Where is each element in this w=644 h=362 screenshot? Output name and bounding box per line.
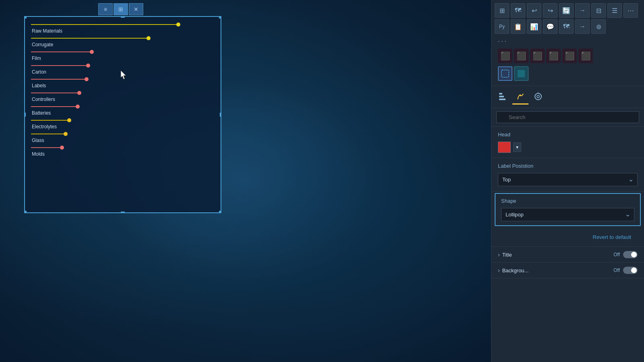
colored-icon-2[interactable]: ⬛ bbox=[514, 49, 528, 63]
chart-toolbar-btn-3[interactable]: ✕ bbox=[129, 3, 143, 15]
colored-icon-1[interactable]: ⬛ bbox=[498, 49, 512, 63]
icon-btn-more-1[interactable]: ⋯ bbox=[623, 3, 638, 18]
title-toggle-label: Title bbox=[502, 252, 614, 258]
icon-btn-undo[interactable]: ↩ bbox=[527, 3, 541, 18]
lollipop-label: Glass bbox=[31, 138, 217, 143]
right-panel: ⊞ 🗺 ↩ ↪ 🔄 → ⊟ ☰ ⋯ Py 📋 📊 💬 🗺 → ⊚ ··· ⬛ ⬛… bbox=[491, 0, 644, 362]
title-toggle-row[interactable]: › Title Off bbox=[491, 247, 644, 263]
lollipop-bar bbox=[31, 130, 217, 138]
search-input[interactable] bbox=[496, 111, 639, 123]
background-toggle-switch[interactable] bbox=[623, 267, 638, 274]
icon-btn-map[interactable]: 🗺 bbox=[511, 3, 525, 18]
lollipop-label: Corrugate bbox=[31, 42, 217, 47]
icon-btn-filter[interactable]: ⊚ bbox=[591, 19, 606, 34]
colored-icon-row-1: ⬛ ⬛ ⬛ ⬛ ⬛ ⬛ bbox=[495, 47, 641, 65]
colored-icon-row-2 bbox=[495, 65, 641, 82]
canvas-area: ≡ ⊞ ✕ Raw Materials Corrugate bbox=[0, 0, 491, 362]
svg-rect-2 bbox=[499, 93, 502, 95]
resize-handle-bl[interactable] bbox=[24, 211, 27, 213]
icon-btn-grid[interactable]: ⊟ bbox=[591, 3, 606, 18]
chart-container: Raw Materials Corrugate Film Carton bbox=[24, 16, 221, 213]
lollipop-circle bbox=[90, 50, 94, 54]
background-toggle-label: Backgrou... bbox=[502, 267, 614, 274]
svg-rect-3 bbox=[499, 96, 504, 97]
revert-button[interactable]: Revert to default bbox=[498, 230, 638, 244]
lollipop-label: Carton bbox=[31, 69, 217, 75]
resize-handle-tl[interactable] bbox=[24, 16, 27, 19]
resize-handle-tc[interactable] bbox=[121, 16, 125, 18]
icon-btn-comment[interactable]: 💬 bbox=[543, 19, 557, 34]
svg-point-6 bbox=[535, 93, 541, 100]
lollipop-bar bbox=[31, 103, 217, 110]
label-position-select[interactable]: Top Bottom Left Right bbox=[498, 173, 638, 186]
head-label: Head bbox=[498, 132, 638, 138]
title-chevron-icon: › bbox=[498, 251, 500, 258]
tab-format[interactable] bbox=[512, 89, 528, 105]
icon-btn-refresh[interactable]: 🔄 bbox=[559, 3, 574, 18]
background-toggle-row[interactable]: › Backgrou... Off bbox=[491, 263, 644, 278]
label-position-label: Label Posistion bbox=[498, 163, 638, 169]
resize-handle-tr[interactable] bbox=[219, 16, 221, 19]
colored-icon-8[interactable] bbox=[514, 66, 528, 81]
shape-section: Shape Lollipop Circle Square Diamond bbox=[495, 193, 641, 226]
colored-icon-3[interactable]: ⬛ bbox=[530, 49, 545, 63]
list-item: Labels bbox=[31, 76, 217, 88]
label-position-section: Label Posistion Top Bottom Left Right bbox=[491, 158, 644, 191]
icon-btn-arrow-right-1[interactable]: → bbox=[575, 3, 590, 18]
lollipop-bar bbox=[31, 144, 217, 151]
viz-tab-row bbox=[491, 86, 644, 108]
colored-icon-5[interactable]: ⬛ bbox=[562, 49, 577, 63]
lollipop-line bbox=[31, 134, 66, 134]
icon-row-2: Py 📋 📊 💬 🗺 → ⊚ bbox=[495, 19, 641, 34]
lollipop-line bbox=[31, 120, 69, 121]
resize-handle-rc[interactable] bbox=[220, 113, 221, 117]
lollipop-label: Film bbox=[31, 56, 217, 61]
lollipop-bar bbox=[31, 48, 217, 56]
search-area: 🔍 bbox=[491, 108, 644, 127]
color-picker-row: ▾ bbox=[498, 142, 638, 153]
lollipop-circle bbox=[77, 91, 81, 95]
svg-point-7 bbox=[537, 95, 539, 98]
svg-point-5 bbox=[520, 95, 521, 96]
shape-select[interactable]: Lollipop Circle Square Diamond bbox=[501, 208, 634, 221]
lollipop-bar bbox=[31, 21, 217, 28]
shape-select-wrapper: Lollipop Circle Square Diamond bbox=[501, 208, 634, 221]
icon-btn-list[interactable]: 📋 bbox=[511, 19, 525, 34]
colored-icon-4[interactable]: ⬛ bbox=[546, 49, 561, 63]
lollipop-label: Electrolytes bbox=[31, 124, 217, 130]
resize-handle-bc[interactable] bbox=[121, 212, 125, 213]
chart-toolbar-btn-1[interactable]: ≡ bbox=[98, 3, 113, 15]
tab-fields[interactable] bbox=[495, 89, 511, 105]
background-chevron-icon: › bbox=[498, 267, 500, 274]
lollipop-circle bbox=[85, 77, 89, 81]
head-color-swatch[interactable] bbox=[498, 142, 511, 153]
chart-inner: Raw Materials Corrugate Film Carton bbox=[25, 17, 221, 212]
resize-handle-br[interactable] bbox=[219, 211, 221, 213]
lollipop-label: Labels bbox=[31, 83, 217, 88]
lollipop-line bbox=[31, 147, 62, 148]
title-toggle-off-text: Off bbox=[613, 252, 620, 257]
icon-btn-table[interactable]: ⊞ bbox=[495, 3, 509, 18]
svg-rect-4 bbox=[499, 99, 506, 100]
icon-btn-bars[interactable]: ☰ bbox=[607, 3, 622, 18]
icon-btn-python[interactable]: Py bbox=[495, 19, 509, 34]
lollipop-label: Batteries bbox=[31, 110, 217, 116]
lollipop-bar bbox=[31, 76, 217, 83]
colored-icon-6[interactable]: ⬛ bbox=[578, 49, 593, 63]
icon-btn-redo[interactable]: ↪ bbox=[543, 3, 557, 18]
list-item: Glass bbox=[31, 130, 217, 143]
chart-toolbar-btn-2[interactable]: ⊞ bbox=[114, 3, 128, 15]
resize-handle-lc[interactable] bbox=[24, 113, 26, 117]
colored-icon-7[interactable] bbox=[498, 66, 512, 81]
head-color-dropdown[interactable]: ▾ bbox=[513, 142, 521, 152]
list-item: Molds bbox=[31, 144, 217, 157]
lollipop-circle bbox=[67, 118, 71, 122]
icon-btn-map2[interactable]: 🗺 bbox=[559, 19, 574, 34]
label-position-select-wrapper: Top Bottom Left Right bbox=[498, 173, 638, 186]
tab-analytics[interactable] bbox=[530, 89, 546, 105]
title-toggle-switch[interactable] bbox=[623, 251, 638, 258]
icon-btn-arrow-right-2[interactable]: → bbox=[575, 19, 590, 34]
icon-btn-chart[interactable]: 📊 bbox=[527, 19, 541, 34]
list-item: Raw Materials bbox=[31, 21, 217, 34]
lollipop-circle bbox=[76, 105, 80, 109]
